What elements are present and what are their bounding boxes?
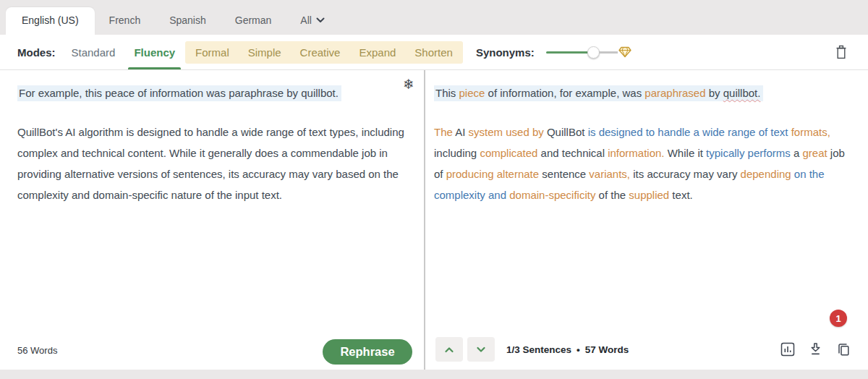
premium-modes-group: Formal Simple Creative Expand Shorten	[185, 41, 463, 64]
slider-track-filled	[546, 51, 588, 54]
next-sentence-button[interactable]	[467, 337, 495, 362]
synonyms-slider-thumb[interactable]	[587, 46, 600, 59]
language-tabstrip: English (US) French Spanish German All	[0, 0, 868, 35]
rephrase-button[interactable]: Rephrase	[323, 339, 412, 365]
output-sentence[interactable]: This piece of information, for example, …	[434, 83, 852, 103]
trash-icon[interactable]	[835, 45, 848, 60]
bullet-separator: •	[576, 344, 580, 355]
slider-track-empty	[599, 51, 618, 54]
premium-gem-icon	[618, 46, 631, 58]
output-paragraph[interactable]: The AI system used by QuillBot is design…	[434, 122, 848, 205]
synonyms-label: Synonyms:	[476, 46, 535, 59]
mode-simple[interactable]: Simple	[248, 46, 281, 59]
mode-formal[interactable]: Formal	[195, 46, 229, 59]
tab-german[interactable]: German	[221, 7, 286, 35]
input-sentence-highlight: For example, this peace of information w…	[17, 85, 341, 101]
output-actions	[780, 342, 851, 357]
editor-area: For example, this peace of information w…	[0, 70, 868, 370]
tab-all-label: All	[300, 14, 312, 26]
tab-french[interactable]: French	[95, 7, 156, 35]
tab-spanish[interactable]: Spanish	[155, 7, 221, 35]
tab-all[interactable]: All	[286, 7, 339, 35]
download-icon[interactable]	[809, 342, 822, 357]
previous-sentence-button[interactable]	[435, 337, 463, 362]
sentence-counter: 1/3 Sentences	[506, 344, 571, 355]
mode-fluency[interactable]: Fluency	[134, 46, 175, 59]
output-footer: 1/3 Sentences • 57 Words	[425, 329, 868, 370]
input-sentence[interactable]: For example, this peace of information w…	[17, 83, 408, 103]
input-paragraph[interactable]: QuillBot's AI algorithm is designed to h…	[17, 122, 408, 205]
input-word-count: 56 Words	[17, 345, 57, 356]
statistics-icon[interactable]	[780, 342, 795, 357]
synonyms-slider[interactable]	[546, 46, 631, 59]
input-panel[interactable]: For example, this peace of information w…	[0, 70, 424, 370]
output-panel: This piece of information, for example, …	[425, 70, 868, 370]
snowflake-freeze-icon[interactable]: ❄	[403, 77, 414, 91]
mode-expand[interactable]: Expand	[359, 46, 396, 59]
output-word-count: 57 Words	[585, 344, 629, 355]
mode-creative[interactable]: Creative	[300, 46, 341, 59]
mode-shorten[interactable]: Shorten	[414, 46, 453, 59]
mode-standard[interactable]: Standard	[72, 46, 116, 59]
chevron-down-icon	[316, 17, 325, 23]
modes-label: Modes:	[17, 46, 56, 59]
notification-badge: 1	[830, 310, 847, 327]
modes-toolbar: Modes: Standard Fluency Formal Simple Cr…	[0, 35, 868, 70]
copy-icon[interactable]	[836, 342, 851, 357]
tab-english-us[interactable]: English (US)	[6, 7, 95, 35]
quillbot-paraphraser-app: English (US) French Spanish German All M…	[0, 0, 868, 379]
output-sentence-highlight: This piece of information, for example, …	[434, 85, 763, 101]
output-counter: 1/3 Sentences • 57 Words	[506, 344, 629, 355]
